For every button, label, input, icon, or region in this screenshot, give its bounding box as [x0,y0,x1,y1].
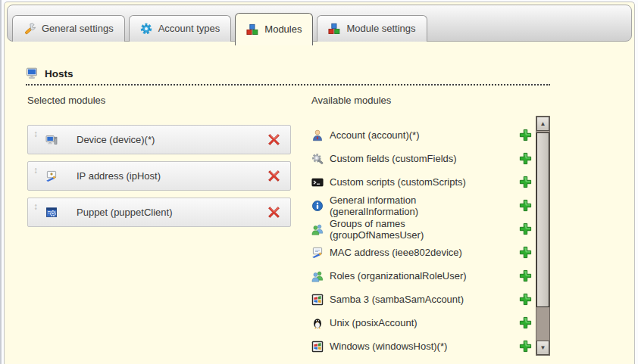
section-title: Hosts [45,68,73,79]
module-label: Windows (windowsHost)(*) [330,341,493,352]
add-module-button[interactable] [519,152,532,165]
custom-scripts-icon [311,176,324,188]
selected-module-device-device: ↕ Device (device)(*) [27,125,291,154]
selected-modules-heading: Selected modules [27,95,291,106]
ip-address-icon [45,170,58,182]
tab-general-settings[interactable]: General settings [12,15,125,42]
tab-modules[interactable]: Modules [235,13,313,45]
tab-label: Account types [158,23,220,35]
available-module-unix-posixaccount: Unix (posixAccount) [311,311,532,334]
modules-icon [246,23,258,36]
config-panel: General settings Account types Modules M… [4,2,635,364]
group-icon [311,223,324,235]
tab-label: General settings [42,23,114,35]
available-module-account-account: Account (account)(*) [311,123,532,147]
tab-label: Modules [264,23,302,36]
module-label: Account (account)(*) [330,129,493,141]
selected-modules-column: Selected modules ↕ Device (device)(*) ↕ … [27,95,291,234]
available-modules-scrollbar[interactable]: ▲ ▼ [536,116,550,356]
module-label: Device (device)(*) [77,134,267,145]
add-module-button[interactable] [519,222,532,235]
available-module-mac-address-ieee802device: MAC address (ieee802device) [311,241,532,264]
tab-label: Module settings [346,23,415,35]
drag-handle[interactable]: ↕ [33,164,38,176]
drag-arrows-icon: ↕ [33,129,38,139]
module-label: Puppet (puppetClient) [77,207,267,218]
mac-address-icon [311,247,324,259]
module-label: Samba 3 (sambaSamAccount) [330,294,493,305]
available-modules-list: Account (account)(*) Custom fields (cust… [311,117,532,358]
tab-list: General settings Account types Modules M… [12,6,427,42]
unix-icon [311,317,324,329]
samba-icon [311,294,324,306]
available-modules-heading: Available modules [311,95,550,106]
module-label: Groups of names (groupOfNamesUser) [330,218,493,241]
puppet-icon [45,207,58,219]
selected-module-puppet-puppetclient: ↕ Puppet (puppetClient) [27,198,291,227]
scroll-up-button[interactable]: ▲ [536,117,549,131]
add-module-button[interactable] [519,269,532,282]
tab-bar: General settings Account types Modules M… [7,5,632,42]
gear-icon [140,23,152,35]
monitor-icon [26,67,38,79]
windows-icon [311,341,324,353]
add-module-button[interactable] [519,129,532,142]
module-label: Roles (organizationalRoleUser) [330,270,493,282]
add-module-button[interactable] [519,316,532,329]
remove-module-button[interactable] [267,170,280,182]
module-label: MAC address (ieee802device) [330,247,493,258]
account-icon [311,129,324,142]
section-header: Hosts [26,67,550,86]
tab-account-types[interactable]: Account types [129,15,232,42]
remove-module-button[interactable] [267,133,280,146]
available-module-samba-3-sambasamaccount: Samba 3 (sambaSamAccount) [311,288,532,311]
drag-arrows-icon: ↕ [33,165,38,176]
drag-handle[interactable]: ↕ [33,128,38,139]
drag-arrows-icon: ↕ [33,201,38,212]
modules-icon [328,23,340,35]
info-icon [311,200,324,212]
add-module-button[interactable] [519,246,532,259]
add-module-button[interactable] [519,340,532,353]
module-label: Custom scripts (customScripts) [330,176,493,188]
available-module-groups-of-names-groupofnamesuser: Groups of names (groupOfNamesUser) [311,217,532,241]
available-module-custom-scripts-customscripts: Custom scripts (customScripts) [311,170,532,194]
device-icon [45,134,58,146]
module-label: Unix (posixAccount) [330,317,493,328]
selected-module-ip-address-iphost: ↕ IP address (ipHost) [27,161,291,191]
scrollbar-thumb[interactable] [536,132,549,307]
remove-module-button[interactable] [267,206,280,219]
custom-fields-icon [311,153,324,165]
module-label: Custom fields (customFields) [330,153,493,164]
add-module-button[interactable] [519,199,532,212]
available-module-general-information-generalinformation: General information (generalInformation) [311,194,532,217]
module-label: IP address (ipHost) [77,170,267,182]
module-label: General information (generalInformation) [330,194,493,217]
available-module-custom-fields-customfields: Custom fields (customFields) [311,147,532,170]
available-modules-column: Available modules Account (account)(*) C… [311,95,550,106]
tab-module-settings[interactable]: Module settings [317,15,427,42]
add-module-button[interactable] [519,293,532,306]
add-module-button[interactable] [519,176,532,188]
available-module-windows-windowshost: Windows (windowsHost)(*) [311,334,532,358]
page-edge [0,0,2,364]
scroll-down-button[interactable]: ▼ [536,341,549,355]
scroll-down-icon: ▼ [537,341,549,354]
wrench-icon [23,23,36,35]
drag-handle[interactable]: ↕ [33,201,38,212]
scroll-up-icon: ▲ [537,117,549,130]
available-module-roles-organizationalroleuser: Roles (organizationalRoleUser) [311,264,532,288]
roles-icon [311,270,324,282]
